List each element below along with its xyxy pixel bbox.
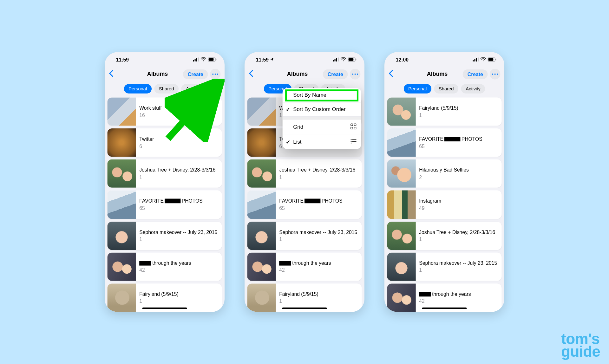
cellular-icon bbox=[193, 57, 199, 62]
album-row[interactable]: Sephora makeover -- July 23, 2015 1 bbox=[247, 221, 362, 250]
album-title: Hilariously Bad Selfies bbox=[419, 167, 469, 173]
svg-rect-0 bbox=[193, 60, 194, 62]
wifi-icon bbox=[480, 57, 486, 62]
album-row[interactable]: FAVORITEPHOTOS 65 bbox=[107, 191, 222, 219]
redacted-text bbox=[165, 199, 180, 204]
phone-screenshot: 11:59 Albums Create PersonalSharedActivi… bbox=[105, 52, 225, 312]
svg-point-40 bbox=[497, 74, 498, 75]
album-count: 42 bbox=[139, 267, 191, 273]
svg-point-29 bbox=[351, 143, 352, 144]
back-button[interactable] bbox=[249, 70, 253, 78]
back-button[interactable] bbox=[109, 70, 114, 78]
album-title: Sephora makeover -- July 23, 2015 bbox=[419, 260, 497, 266]
album-count: 65 bbox=[419, 143, 482, 149]
album-count: 1 bbox=[139, 174, 215, 180]
svg-rect-21 bbox=[351, 124, 353, 126]
battery-icon bbox=[488, 57, 496, 62]
list-icon bbox=[350, 139, 357, 145]
more-button[interactable] bbox=[210, 69, 221, 80]
album-row[interactable]: Instagram 49 bbox=[387, 191, 501, 219]
album-row[interactable]: Joshua Tree + Disney, 2/28-3/3/16 1 bbox=[107, 159, 222, 188]
check-icon: ✓ bbox=[286, 139, 290, 145]
svg-point-19 bbox=[355, 74, 356, 75]
album-list[interactable]: Work stuff 16 Twitter 6 Joshua Tree + Di… bbox=[105, 97, 225, 312]
svg-rect-14 bbox=[338, 57, 339, 62]
menu-sort-by-custom[interactable]: ✓ Sort By Custom Order bbox=[283, 102, 361, 117]
create-button[interactable]: Create bbox=[323, 69, 348, 79]
album-title: Sephora makeover -- July 23, 2015 bbox=[139, 229, 217, 235]
album-title: Work stuff bbox=[139, 105, 161, 111]
album-count: 16 bbox=[139, 112, 161, 118]
album-row[interactable]: Joshua Tree + Disney, 2/28-3/3/16 1 bbox=[387, 221, 501, 250]
tab-shared[interactable]: Shared bbox=[434, 84, 458, 93]
watermark-logo: tom's guide bbox=[561, 333, 600, 358]
album-row[interactable]: Hilariously Bad Selfies 2 bbox=[387, 159, 501, 188]
album-title: Twitter bbox=[139, 136, 154, 142]
album-row[interactable]: Twitter 6 bbox=[107, 128, 222, 157]
album-filter-tabs: PersonalSharedActivity bbox=[105, 81, 225, 97]
svg-point-8 bbox=[215, 74, 216, 75]
svg-rect-6 bbox=[216, 59, 216, 60]
album-list[interactable]: Fairyland (5/9/15) 1 FAVORITEPHOTOS 65 H… bbox=[384, 97, 504, 312]
album-thumbnail bbox=[247, 221, 276, 250]
more-button[interactable] bbox=[490, 69, 501, 80]
album-row[interactable]: Joshua Tree + Disney, 2/28-3/3/16 1 bbox=[247, 159, 362, 188]
album-thumbnail bbox=[387, 97, 416, 126]
svg-rect-23 bbox=[351, 127, 353, 129]
album-thumbnail bbox=[387, 159, 416, 188]
cellular-icon bbox=[333, 57, 339, 62]
album-thumbnail bbox=[387, 128, 416, 157]
menu-sort-by-name[interactable]: Sort By Name bbox=[283, 88, 361, 102]
tab-personal[interactable]: Personal bbox=[124, 84, 151, 93]
album-count: 1 bbox=[279, 236, 357, 242]
tab-activity[interactable]: Activity bbox=[461, 84, 485, 93]
album-thumbnail bbox=[247, 252, 276, 281]
create-button[interactable]: Create bbox=[463, 69, 488, 79]
battery-icon bbox=[348, 57, 357, 62]
tab-personal[interactable]: Personal bbox=[403, 84, 431, 93]
album-row[interactable]: Sephora makeover -- July 23, 2015 1 bbox=[387, 252, 501, 281]
tab-shared[interactable]: Shared bbox=[154, 84, 179, 93]
svg-rect-22 bbox=[354, 124, 356, 126]
tab-activity[interactable]: Activity bbox=[181, 84, 206, 93]
redacted-text bbox=[419, 292, 431, 296]
home-indicator[interactable] bbox=[282, 308, 327, 309]
location-icon bbox=[270, 57, 274, 62]
album-title: Joshua Tree + Disney, 2/28-3/3/16 bbox=[279, 167, 355, 173]
album-row[interactable]: FAVORITEPHOTOS 65 bbox=[247, 191, 362, 219]
album-title: FAVORITEPHOTOS bbox=[419, 136, 482, 142]
svg-rect-13 bbox=[336, 58, 337, 62]
album-thumbnail bbox=[387, 283, 416, 312]
redacted-text bbox=[444, 137, 460, 141]
album-row[interactable]: FAVORITEPHOTOS 65 bbox=[387, 128, 501, 157]
svg-point-27 bbox=[351, 141, 352, 142]
create-button[interactable]: Create bbox=[183, 69, 208, 79]
ellipsis-icon bbox=[492, 74, 498, 75]
home-indicator[interactable] bbox=[422, 308, 467, 309]
album-thumbnail bbox=[387, 252, 416, 281]
nav-bar: Albums Create bbox=[105, 67, 225, 81]
album-title: FAVORITEPHOTOS bbox=[139, 198, 203, 204]
wifi-icon bbox=[200, 57, 206, 62]
redacted-text bbox=[139, 261, 151, 265]
menu-view-grid[interactable]: Grid bbox=[283, 120, 361, 135]
ellipsis-icon bbox=[212, 74, 218, 75]
album-row[interactable]: through the years 42 bbox=[247, 252, 362, 281]
album-count: 2 bbox=[419, 174, 469, 180]
home-indicator[interactable] bbox=[142, 308, 187, 309]
page-title: Albums bbox=[412, 71, 463, 77]
album-row[interactable]: Sephora makeover -- July 23, 2015 1 bbox=[107, 221, 222, 250]
svg-rect-24 bbox=[354, 127, 356, 129]
status-bar: 11:59 bbox=[105, 52, 225, 67]
album-row[interactable]: Work stuff 16 bbox=[107, 97, 222, 126]
check-icon: ✓ bbox=[286, 106, 290, 113]
page-title: Albums bbox=[132, 71, 183, 77]
album-count: 1 bbox=[419, 236, 495, 242]
more-button[interactable] bbox=[350, 69, 361, 80]
status-time: 11:59 bbox=[116, 57, 129, 62]
nav-bar: Albums Create bbox=[245, 67, 364, 81]
album-row[interactable]: Fairyland (5/9/15) 1 bbox=[387, 97, 501, 126]
back-button[interactable] bbox=[389, 70, 393, 78]
menu-view-list[interactable]: ✓ List bbox=[283, 135, 361, 149]
album-row[interactable]: through the years 42 bbox=[107, 252, 222, 281]
